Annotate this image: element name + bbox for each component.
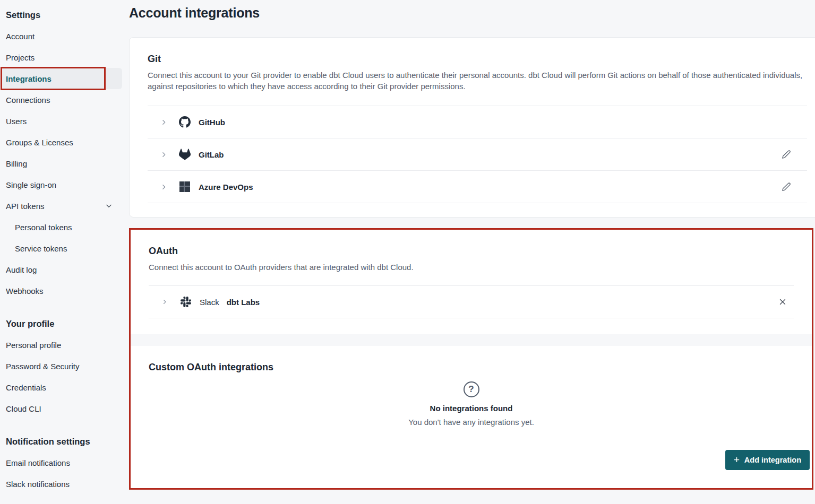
oauth-section-description: Connect this account to OAuth providers … xyxy=(149,262,794,273)
sidebar-section-your-profile: Your profile xyxy=(0,313,129,334)
sidebar-item-groups-licenses[interactable]: Groups & Licenses xyxy=(0,132,122,153)
chevron-right-icon xyxy=(161,299,168,306)
add-integration-button[interactable]: + Add integration xyxy=(725,450,810,470)
sidebar-item-single-sign-on[interactable]: Single sign-on xyxy=(0,174,122,195)
azure-devops-icon xyxy=(179,181,191,193)
git-section-description: Connect this account to your Git provide… xyxy=(148,69,807,92)
git-section-title: Git xyxy=(148,54,807,65)
slack-label: Slack xyxy=(200,298,219,307)
empty-state: ? No integrations found You don't have a… xyxy=(149,381,794,427)
empty-state-title: No integrations found xyxy=(149,404,794,413)
slack-org-label: dbt Labs xyxy=(227,298,260,307)
github-label: GitHub xyxy=(199,118,225,127)
sidebar-item-personal-tokens[interactable]: Personal tokens xyxy=(0,216,122,238)
sidebar-item-users[interactable]: Users xyxy=(0,110,122,132)
cards-gap xyxy=(131,334,812,346)
sidebar-item-account[interactable]: Account xyxy=(0,25,122,47)
sidebar-item-service-tokens[interactable]: Service tokens xyxy=(0,238,122,259)
git-integrations-card: Git Connect this account to your Git pro… xyxy=(129,37,815,218)
sidebar-item-cloud-cli[interactable]: Cloud CLI xyxy=(0,398,122,419)
slack-icon xyxy=(180,296,192,308)
git-provider-row-gitlab[interactable]: GitLab xyxy=(148,138,807,171)
custom-oauth-section-title: Custom OAuth integrations xyxy=(149,362,794,373)
chevron-down-icon xyxy=(105,202,113,210)
page-title: Account integrations xyxy=(129,5,815,21)
sidebar-item-connections[interactable]: Connections xyxy=(0,89,122,110)
sidebar-section-settings: Settings xyxy=(0,4,129,25)
sidebar-item-email-notifications[interactable]: Email notifications xyxy=(0,452,122,473)
github-icon xyxy=(179,116,191,128)
main-content: Account integrations Git Connect this ac… xyxy=(129,0,815,504)
sidebar-item-integrations[interactable]: Integrations xyxy=(0,68,122,89)
oauth-card: OAuth Connect this account to OAuth prov… xyxy=(131,230,812,334)
sidebar-item-billing[interactable]: Billing xyxy=(0,153,122,174)
sidebar-item-slack-notifications[interactable]: Slack notifications xyxy=(0,473,122,494)
empty-state-message: You don't have any integrations yet. xyxy=(149,418,794,427)
gitlab-icon xyxy=(179,149,191,160)
custom-oauth-card: Custom OAuth integrations ? No integrati… xyxy=(131,346,812,488)
red-annotation-box-oauth: OAuth Connect this account to OAuth prov… xyxy=(129,228,813,490)
azure-devops-label: Azure DevOps xyxy=(199,183,253,192)
git-provider-list: GitHub GitLab Azure DevOps xyxy=(148,106,807,203)
sidebar-item-projects[interactable]: Projects xyxy=(0,47,122,68)
git-provider-row-github[interactable]: GitHub xyxy=(148,106,807,138)
sidebar-item-password-security[interactable]: Password & Security xyxy=(0,355,122,377)
plus-icon: + xyxy=(734,455,740,465)
edit-pencil-icon[interactable] xyxy=(782,150,791,159)
chevron-right-icon xyxy=(160,184,167,190)
sidebar-item-audit-log[interactable]: Audit log xyxy=(0,259,122,280)
oauth-integration-list: Slack dbt Labs xyxy=(149,285,794,318)
oauth-row-slack[interactable]: Slack dbt Labs xyxy=(149,286,794,318)
git-provider-row-azure-devops[interactable]: Azure DevOps xyxy=(148,171,807,203)
question-circle-icon: ? xyxy=(464,381,479,397)
close-icon[interactable] xyxy=(778,297,787,307)
sidebar-section-notification-settings: Notification settings xyxy=(0,431,129,452)
chevron-right-icon xyxy=(160,151,167,158)
sidebar-item-credentials[interactable]: Credentials xyxy=(0,377,122,398)
chevron-right-icon xyxy=(160,119,167,126)
sidebar-item-personal-profile[interactable]: Personal profile xyxy=(0,334,122,355)
sidebar-item-api-tokens[interactable]: API tokens xyxy=(0,195,122,216)
edit-pencil-icon[interactable] xyxy=(782,182,791,192)
gitlab-label: GitLab xyxy=(199,150,224,159)
add-integration-label: Add integration xyxy=(744,456,801,464)
oauth-section-title: OAuth xyxy=(149,246,794,257)
sidebar-item-webhooks[interactable]: Webhooks xyxy=(0,280,122,301)
settings-sidebar: Settings Account Projects Integrations C… xyxy=(0,0,129,504)
